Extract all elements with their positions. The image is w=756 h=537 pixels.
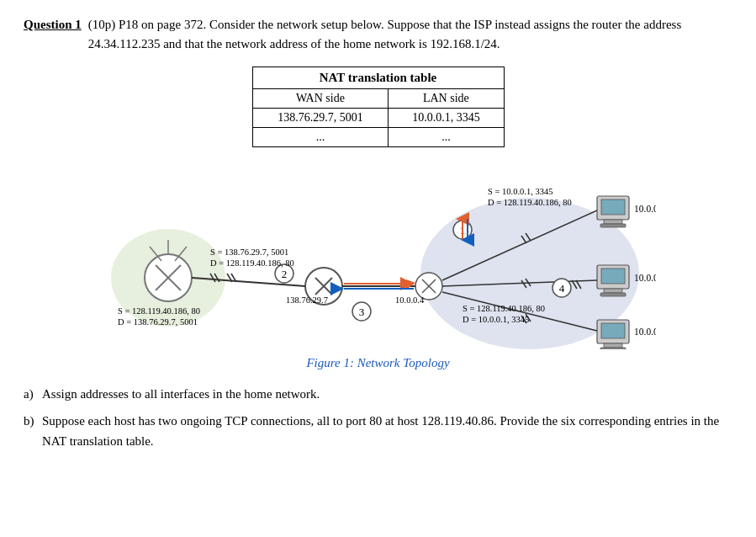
svg-rect-23 bbox=[601, 323, 625, 338]
svg-text:D = 138.76.29.7, 5001: D = 138.76.29.7, 5001 bbox=[118, 317, 198, 327]
svg-text:S = 128.119.40.186, 80: S = 128.119.40.186, 80 bbox=[463, 304, 545, 313]
svg-rect-19 bbox=[601, 268, 625, 284]
nat-row1-lan: 10.0.0.1, 3345 bbox=[389, 109, 504, 128]
question-text: (10p) P18 on page 372. Consider the netw… bbox=[88, 15, 732, 53]
points: (10p) bbox=[88, 18, 116, 31]
svg-rect-25 bbox=[600, 348, 626, 349]
qa-section: a) Assign addresses to all interfaces in… bbox=[24, 384, 732, 451]
nat-table: NAT translation table WAN side LAN side … bbox=[252, 66, 505, 147]
svg-rect-17 bbox=[600, 224, 626, 227]
nat-table-caption: NAT translation table bbox=[252, 66, 505, 88]
svg-rect-16 bbox=[604, 220, 622, 224]
qa-text-b: Suppose each host has two ongoing TCP co… bbox=[42, 411, 732, 451]
svg-text:10.0.0.1: 10.0.0.1 bbox=[634, 204, 656, 214]
qa-item-a: a) Assign addresses to all interfaces in… bbox=[24, 384, 732, 404]
svg-text:138.76.29.7: 138.76.29.7 bbox=[286, 295, 328, 305]
svg-text:S = 10.0.0.1, 3345: S = 10.0.0.1, 3345 bbox=[488, 187, 552, 196]
nat-row-2: ... ... bbox=[252, 128, 504, 147]
qa-label-b: b) bbox=[24, 411, 42, 431]
svg-text:S = 128.119.40.186, 80: S = 128.119.40.186, 80 bbox=[118, 306, 200, 316]
qa-item-b: b) Suppose each host has two ongoing TCP… bbox=[24, 411, 732, 451]
network-diagram: 1 2 3 4 bbox=[101, 156, 656, 349]
svg-text:D = 10.0.0.1, 3345: D = 10.0.0.1, 3345 bbox=[463, 315, 529, 324]
svg-text:10.0.0.3: 10.0.0.3 bbox=[634, 327, 656, 337]
svg-rect-21 bbox=[600, 293, 626, 296]
nat-table-container: NAT translation table WAN side LAN side … bbox=[24, 66, 732, 147]
svg-text:S = 138.76.29.7, 5001: S = 138.76.29.7, 5001 bbox=[210, 247, 288, 257]
svg-text:D = 128.119.40.186, 80: D = 128.119.40.186, 80 bbox=[210, 258, 294, 268]
svg-text:D = 128.119.40.186, 80: D = 128.119.40.186, 80 bbox=[488, 198, 572, 207]
svg-text:10.0.0.2: 10.0.0.2 bbox=[634, 273, 656, 283]
nat-col-wan: WAN side bbox=[252, 89, 389, 109]
qa-label-a: a) bbox=[24, 384, 42, 404]
question-header: Question 1 (10p) P18 on page 372. Consid… bbox=[24, 15, 732, 53]
svg-text:3: 3 bbox=[358, 306, 364, 318]
figure-caption: Figure 1: Network Topology bbox=[24, 356, 732, 370]
qa-text-a: Assign addresses to all interfaces in th… bbox=[42, 384, 732, 404]
svg-rect-15 bbox=[601, 199, 625, 215]
svg-text:2: 2 bbox=[281, 268, 287, 280]
svg-rect-20 bbox=[604, 289, 622, 293]
nat-row2-wan: ... bbox=[252, 128, 389, 147]
nat-row1-wan: 138.76.29.7, 5001 bbox=[252, 109, 389, 128]
nat-row2-lan: ... bbox=[389, 128, 504, 147]
nat-col-lan: LAN side bbox=[389, 89, 504, 109]
svg-text:10.0.0.4: 10.0.0.4 bbox=[395, 295, 425, 305]
svg-text:4: 4 bbox=[558, 282, 564, 295]
ref: P18 on page 372. bbox=[119, 18, 206, 31]
nat-row-1: 138.76.29.7, 5001 10.0.0.1, 3345 bbox=[252, 109, 504, 128]
svg-rect-24 bbox=[604, 343, 622, 348]
diagram-container: 1 2 3 4 bbox=[24, 156, 732, 349]
question-title: Question 1 bbox=[24, 15, 82, 53]
